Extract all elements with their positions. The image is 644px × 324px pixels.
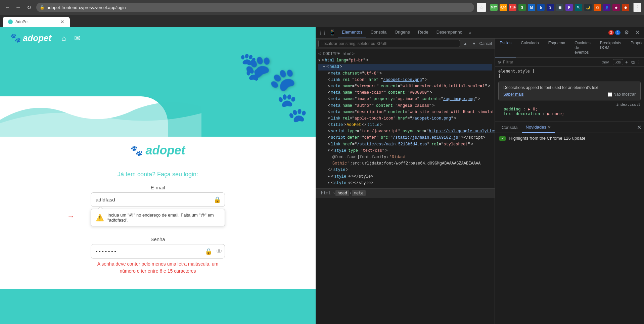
active-tab[interactable]: AdoPet ✕ [3, 17, 70, 27]
password-error-message: A senha deve conter pelo menos uma letra… [91, 261, 225, 275]
search-nav-down[interactable]: ▼ [471, 41, 477, 47]
site-nav: ⌂ ✉ [61, 34, 80, 43]
website-panel: 🐾 adopet ⌂ ✉ 🐾 🐾 🐾 [0, 27, 316, 324]
login-paw-icon: 🐾 [130, 145, 143, 156]
ext-icon-15[interactable]: ⏺ [622, 4, 629, 11]
bottom-tab-bar: Consola Novidades ✕ ✕ [495, 122, 644, 133]
breadcrumb-head[interactable]: head [335, 190, 349, 196]
ext-icon-9[interactable]: P [565, 4, 573, 11]
tree-style-close[interactable]: </style> [318, 167, 492, 173]
devtools-search-input[interactable] [318, 40, 460, 47]
padding-property-line: padding : ▶ 0; [498, 107, 641, 111]
tree-style2[interactable]: ▶ <style ⊕ ></style> [318, 174, 492, 180]
ext-icon-8[interactable]: ▦ [556, 4, 563, 11]
password-field-group: Senha 🔒 👁 A senha deve conter pelo menos… [91, 236, 225, 275]
site-logo: 🐾 adopet [10, 33, 51, 43]
tab-calculado[interactable]: Calculado [516, 39, 543, 57]
tab-esquema[interactable]: Esquema [544, 39, 570, 57]
tree-link-apple[interactable]: <link rel="apple-touch-icon" href="/adop… [318, 115, 492, 122]
search-nav-up[interactable]: ▲ [462, 41, 469, 47]
address-url: adopet-frontend-cypress.vercel.app/login [47, 5, 126, 10]
validation-popup-container: → ⚠️ Inclua um "@" no endereço de email.… [91, 209, 225, 226]
novidades-text: Highlights from the Chrome 126 update [509, 136, 586, 141]
tree-title[interactable]: <title> AdoPet </title> [318, 122, 492, 128]
devtools-tab-elementos[interactable]: Elementos [338, 27, 366, 38]
password-eye-icon[interactable]: 👁 [216, 248, 222, 255]
back-button[interactable]: ← [3, 3, 12, 12]
tree-meta-author[interactable]: <meta name="author" content="Angela Cald… [318, 103, 492, 109]
devtools-settings-button[interactable]: ⚙ [622, 28, 631, 37]
bottom-tab-novidades[interactable]: Novidades ✕ [522, 122, 555, 133]
ext-icon-4[interactable]: $ [518, 4, 526, 11]
tree-meta-theme[interactable]: <meta name="theme-color" content="#00000… [318, 90, 492, 96]
wave-svg [0, 93, 201, 137]
bottom-panel-close[interactable]: ✕ [637, 124, 641, 131]
forward-button[interactable]: → [13, 3, 23, 12]
ext-icon-10[interactable]: 🔍 [575, 4, 582, 11]
text-decoration-value: ▶ none; [547, 111, 564, 116]
tree-script-ga[interactable]: <script type="text/javascript" async src… [318, 128, 492, 135]
tab-close-button[interactable]: ✕ [60, 19, 64, 25]
tab-ouvintes[interactable]: Ouvintes de eventos [570, 39, 595, 57]
tree-meta-viewport[interactable]: <meta name="viewport" content="width=dev… [318, 83, 492, 90]
devtools-tab-rede[interactable]: Rede [414, 27, 432, 38]
breadcrumb-html[interactable]: html [319, 190, 333, 196]
ext-icon-14[interactable]: ◈ [612, 4, 620, 11]
novidades-close[interactable]: ✕ [548, 125, 551, 130]
email-input[interactable] [91, 192, 225, 207]
devtools-tab-origens[interactable]: Origens [390, 27, 414, 38]
tree-link-icon[interactable]: <link rel="icon" href="/adopet-icon.png"… [318, 77, 492, 83]
tree-link-css[interactable]: <link href="/static/css/main.5213b5d4.cs… [318, 141, 492, 148]
ext-icon-12[interactable]: ⬡ [594, 4, 601, 11]
address-bar[interactable]: 🔒 adopet-frontend-cypress.vercel.app/log… [36, 3, 474, 12]
tab-estilos[interactable]: Estilos [495, 39, 516, 57]
devtools-device-button[interactable]: 📱 [328, 28, 337, 37]
tab-favicon [8, 19, 13, 24]
ext-icon-1[interactable]: 5,57 [490, 4, 498, 11]
no-show-checkbox[interactable] [608, 92, 612, 97]
lock-icon: 🔒 [40, 5, 45, 10]
bookmark-button[interactable]: ☆ [477, 3, 486, 12]
reload-button[interactable]: ↻ [24, 3, 34, 12]
tab-breakpoints[interactable]: Breakpoints DOM [595, 39, 626, 57]
ext-icon-6[interactable]: b [537, 4, 545, 11]
devtools-tab-desempenho[interactable]: Desempenho [432, 27, 466, 38]
more-style-button[interactable]: ⋮ [637, 59, 641, 65]
style-filter-input[interactable] [503, 60, 598, 64]
tree-style-open[interactable]: ▼ <style type="text/css" > [318, 148, 492, 154]
learn-more-link[interactable]: Saber mais [503, 92, 524, 97]
logo-text: adopet [23, 33, 51, 43]
copy-style-button[interactable]: ⧉ [631, 59, 635, 65]
search-cancel-button[interactable]: Cancel [479, 41, 492, 46]
ext-icon-13[interactable]: 👤 [603, 4, 610, 11]
ext-icon-11[interactable]: 🌙 [584, 4, 592, 11]
hov-button[interactable]: :hov [600, 59, 611, 65]
devtools-tab-more[interactable]: » [466, 30, 474, 35]
novidades-badge: ✓ [499, 136, 506, 141]
ext-icon-7[interactable]: S [547, 4, 554, 11]
tree-font-face-2: Gothic';src:url(data:font/woff2;base64,d… [318, 160, 492, 167]
browser-menu-button[interactable]: ⋮ [633, 3, 641, 12]
cls-button[interactable]: .cls [613, 59, 623, 65]
home-nav-icon[interactable]: ⌂ [61, 34, 66, 43]
tree-head[interactable]: ▼ <head> [318, 64, 492, 70]
devtools-tab-consola[interactable]: Consola [366, 27, 390, 38]
tree-style3[interactable]: ▶ <style ⊕ ></style> [318, 180, 492, 186]
ext-icon-3[interactable]: 7,19 [509, 4, 516, 11]
ext-icon-5[interactable]: M [528, 4, 535, 11]
tree-script-main[interactable]: <script defer="defer" src="/static/js/ma… [318, 135, 492, 141]
tree-meta-image[interactable]: <meta name="image" property="og:image" c… [318, 96, 492, 102]
bottom-tab-consola[interactable]: Consola [498, 122, 522, 133]
tree-html[interactable]: ▼ <html lang="pt-br" > [318, 57, 492, 64]
tree-meta-charset[interactable]: <meta charset="utf-8" > [318, 71, 492, 77]
ext-icon-2[interactable]: 6,06 [500, 4, 507, 11]
devtools-toolbar: ⬚ 📱 Elementos Consola Origens Rede [316, 27, 644, 38]
tree-font-face[interactable]: @font-face{font-family:'Didact [318, 154, 492, 160]
breadcrumb-meta[interactable]: meta [352, 190, 366, 196]
mail-nav-icon[interactable]: ✉ [74, 34, 80, 43]
add-style-button[interactable]: + [625, 59, 628, 65]
devtools-inspect-button[interactable]: ⬚ [318, 28, 327, 37]
tab-propriedades[interactable]: Propriedades [626, 39, 644, 57]
devtools-close-button[interactable]: ✕ [633, 28, 642, 37]
tree-meta-description[interactable]: <meta name="description" content="Web si… [318, 109, 492, 115]
